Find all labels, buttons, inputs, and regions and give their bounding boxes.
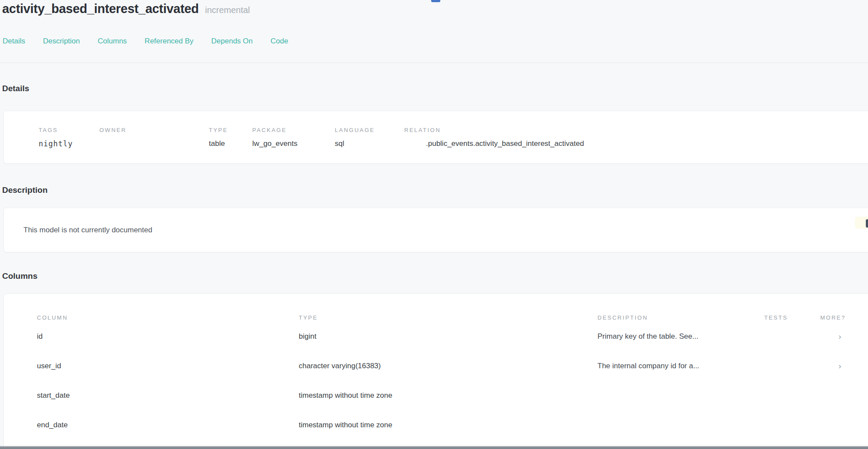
cell-column-type: character varying(16383) xyxy=(299,362,597,370)
description-text: This model is not currently documented xyxy=(4,226,152,234)
tab-code[interactable]: Code xyxy=(271,37,288,46)
field-type-value: table xyxy=(209,139,252,148)
tab-details[interactable]: Details xyxy=(3,37,25,46)
column-header-type: TYPE xyxy=(299,314,597,321)
cell-column-description: The internal company id for a... xyxy=(597,362,764,370)
tab-description[interactable]: Description xyxy=(43,37,80,46)
field-relation-label: RELATION xyxy=(404,127,584,133)
cell-column-name: start_date xyxy=(37,391,299,400)
cell-column-description: Primary key of the table. See... xyxy=(597,332,764,341)
field-package-value: lw_go_events xyxy=(252,139,335,148)
details-card: TAGS nightly OWNER TYPE table PACKAGE lw… xyxy=(3,111,868,164)
tab-bar: Details Description Columns Referenced B… xyxy=(3,37,288,46)
details-fields: TAGS nightly OWNER TYPE table PACKAGE lw… xyxy=(39,127,868,148)
field-type-label: TYPE xyxy=(209,127,252,133)
tag-nightly[interactable]: nightly xyxy=(39,139,99,148)
cell-column-name: end_date xyxy=(37,421,299,429)
columns-table-header: COLUMN TYPE DESCRIPTION TESTS MORE? xyxy=(4,313,868,322)
description-card: This model is not currently documented xyxy=(3,208,868,252)
column-header-tests: TESTS xyxy=(764,314,820,321)
columns-section-heading: Columns xyxy=(2,271,37,281)
top-edge-clipped-link-fragment xyxy=(431,0,440,2)
cell-column-type: timestamp without time zone xyxy=(299,421,597,429)
materialization-badge: incremental xyxy=(205,5,250,15)
details-section-heading: Details xyxy=(2,84,29,93)
tab-referenced-by[interactable]: Referenced By xyxy=(145,37,193,46)
field-language-label: LANGUAGE xyxy=(335,127,404,133)
field-tags-label: TAGS xyxy=(39,127,99,133)
tab-columns[interactable]: Columns xyxy=(98,37,127,46)
tab-depends-on[interactable]: Depends On xyxy=(211,37,253,46)
bottom-window-edge xyxy=(0,446,868,449)
description-section-heading: Description xyxy=(2,185,48,195)
field-package: PACKAGE lw_go_events xyxy=(252,127,335,148)
field-package-label: PACKAGE xyxy=(252,127,335,133)
field-language: LANGUAGE sql xyxy=(335,127,404,148)
header-divider xyxy=(0,63,868,63)
column-header-more: MORE? xyxy=(820,314,868,321)
page-title-row: activity_based_interest_activated increm… xyxy=(2,2,250,16)
columns-card: COLUMN TYPE DESCRIPTION TESTS MORE? id b… xyxy=(3,294,868,449)
table-row[interactable]: user_id character varying(16383) The int… xyxy=(4,351,868,381)
field-language-value: sql xyxy=(335,139,404,148)
model-docs-page: activity_based_interest_activated increm… xyxy=(0,0,868,449)
cell-column-name: id xyxy=(37,332,299,341)
table-row[interactable]: id bigint Primary key of the table. See.… xyxy=(4,322,868,351)
page-title: activity_based_interest_activated xyxy=(2,2,199,16)
column-header-column: COLUMN xyxy=(37,314,299,321)
table-row[interactable]: start_date timestamp without time zone xyxy=(4,381,868,410)
expand-row-chevron-icon[interactable]: › xyxy=(820,361,868,371)
field-owner: OWNER xyxy=(99,127,209,139)
field-owner-label: OWNER xyxy=(99,127,209,133)
cell-column-type: timestamp without time zone xyxy=(299,391,597,400)
field-relation: RELATION .public_events.activity_based_i… xyxy=(404,127,584,148)
cell-column-type: bigint xyxy=(299,332,597,341)
right-edge-clipped-button-fragment[interactable] xyxy=(866,219,868,228)
field-relation-value: .public_events.activity_based_interest_a… xyxy=(404,139,584,148)
cell-column-name: user_id xyxy=(37,362,299,370)
field-tags: TAGS nightly xyxy=(39,127,99,148)
column-header-description: DESCRIPTION xyxy=(597,314,764,321)
field-type: TYPE table xyxy=(209,127,252,148)
table-row[interactable]: end_date timestamp without time zone xyxy=(4,410,868,440)
expand-row-chevron-icon[interactable]: › xyxy=(820,332,868,341)
